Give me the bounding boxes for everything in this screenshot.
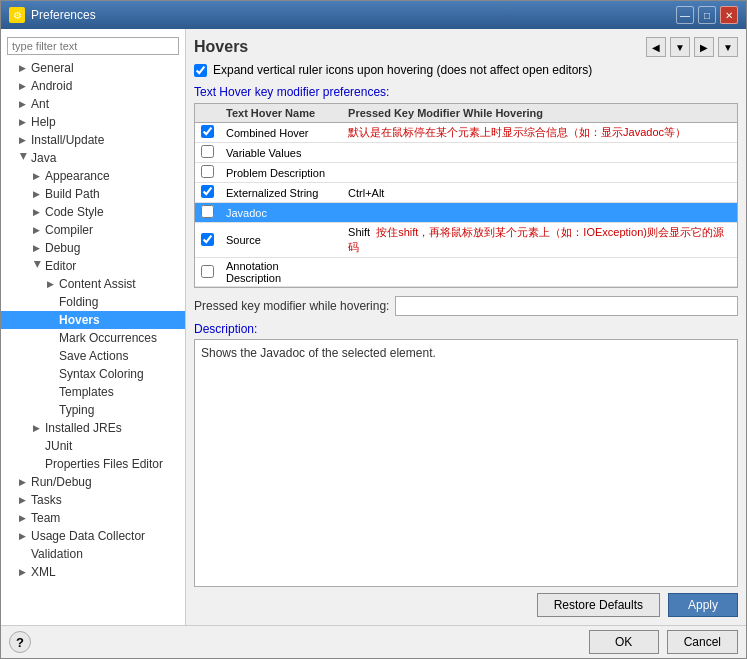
title-bar-controls: — □ ✕ bbox=[676, 6, 738, 24]
sidebar-item-compiler[interactable]: ▶ Compiler bbox=[1, 221, 185, 239]
panel-title: Hovers bbox=[194, 38, 248, 56]
restore-defaults-button[interactable]: Restore Defaults bbox=[537, 593, 660, 617]
section-text: Text Hover key modifier preferences: bbox=[194, 85, 389, 99]
key-modifier-input[interactable] bbox=[395, 296, 738, 316]
arrow-icon: ▶ bbox=[19, 495, 29, 505]
right-panel: Hovers ◀ ▼ ▶ ▼ Expand vertical ruler ico… bbox=[186, 29, 746, 625]
maximize-button[interactable]: □ bbox=[698, 6, 716, 24]
row-modifier: Shift 按住shift，再将鼠标放到某个元素上（如：IOException)… bbox=[342, 223, 737, 258]
sidebar-item-templates[interactable]: ▶ Templates bbox=[1, 383, 185, 401]
row-checkbox[interactable] bbox=[201, 125, 214, 138]
table-row[interactable]: Problem Description bbox=[195, 163, 737, 183]
help-icon: ? bbox=[16, 635, 24, 650]
sidebar-item-properties-files-editor[interactable]: ▶ Properties Files Editor bbox=[1, 455, 185, 473]
arrow-icon: ▶ bbox=[19, 513, 29, 523]
row-modifier bbox=[342, 258, 737, 287]
table-row[interactable]: Source Shift 按住shift，再将鼠标放到某个元素上（如：IOExc… bbox=[195, 223, 737, 258]
title-bar: ⚙ Preferences — □ ✕ bbox=[1, 1, 746, 29]
title-bar-left: ⚙ Preferences bbox=[9, 7, 96, 23]
row-modifier: Ctrl+Alt bbox=[342, 183, 737, 203]
key-modifier-row: Pressed key modifier while hovering: bbox=[194, 296, 738, 316]
row-modifier: 默认是在鼠标停在某个元素上时显示综合信息（如：显示Javadoc等） bbox=[342, 123, 737, 143]
sidebar-item-junit[interactable]: ▶ JUnit bbox=[1, 437, 185, 455]
row-name: Javadoc bbox=[220, 203, 342, 223]
nav-dropdown-button[interactable]: ▼ bbox=[670, 37, 690, 57]
row-checkbox[interactable] bbox=[201, 145, 214, 158]
description-text: Shows the Javadoc of the selected elemen… bbox=[201, 346, 436, 360]
table-row[interactable]: Annotation Description bbox=[195, 258, 737, 287]
forward-button[interactable]: ▶ bbox=[694, 37, 714, 57]
sidebar-item-install-update[interactable]: ▶ Install/Update bbox=[1, 131, 185, 149]
arrow-icon: ▶ bbox=[19, 63, 29, 73]
row-checkbox[interactable] bbox=[201, 265, 214, 278]
table-row[interactable]: Javadoc bbox=[195, 203, 737, 223]
sidebar-item-appearance[interactable]: ▶ Appearance bbox=[1, 167, 185, 185]
back-button[interactable]: ◀ bbox=[646, 37, 666, 57]
row-modifier bbox=[342, 163, 737, 183]
row-checkbox[interactable] bbox=[201, 165, 214, 178]
sidebar-item-validation[interactable]: ▶ Validation bbox=[1, 545, 185, 563]
sidebar-item-android[interactable]: ▶ Android bbox=[1, 77, 185, 95]
table-row[interactable]: Externalized String Ctrl+Alt bbox=[195, 183, 737, 203]
preferences-window: ⚙ Preferences — □ ✕ ▶ General ▶ Android … bbox=[0, 0, 747, 659]
row-name: Variable Values bbox=[220, 143, 342, 163]
sidebar-item-typing[interactable]: ▶ Typing bbox=[1, 401, 185, 419]
sidebar-item-code-style[interactable]: ▶ Code Style bbox=[1, 203, 185, 221]
annotation-text: 默认是在鼠标停在某个元素上时显示综合信息（如：显示Javadoc等） bbox=[348, 126, 686, 138]
sidebar-item-java[interactable]: ▶ Java bbox=[1, 149, 185, 167]
sidebar-item-label: Code Style bbox=[45, 205, 104, 219]
sidebar-item-label: Validation bbox=[31, 547, 83, 561]
apply-button[interactable]: Apply bbox=[668, 593, 738, 617]
sidebar-item-installed-jres[interactable]: ▶ Installed JREs bbox=[1, 419, 185, 437]
help-button[interactable]: ? bbox=[9, 631, 31, 653]
sidebar-item-run-debug[interactable]: ▶ Run/Debug bbox=[1, 473, 185, 491]
sidebar-item-usage-data-collector[interactable]: ▶ Usage Data Collector bbox=[1, 527, 185, 545]
expand-ruler-checkbox[interactable] bbox=[194, 64, 207, 77]
hover-table: Text Hover Name Pressed Key Modifier Whi… bbox=[195, 104, 737, 287]
row-checkbox-cell bbox=[195, 183, 220, 203]
sidebar-item-xml[interactable]: ▶ XML bbox=[1, 563, 185, 581]
sidebar-item-label: Folding bbox=[59, 295, 98, 309]
sidebar-item-label: Content Assist bbox=[59, 277, 136, 291]
sidebar-item-build-path[interactable]: ▶ Build Path bbox=[1, 185, 185, 203]
close-button[interactable]: ✕ bbox=[720, 6, 738, 24]
row-checkbox[interactable] bbox=[201, 185, 214, 198]
sidebar-item-folding[interactable]: ▶ Folding bbox=[1, 293, 185, 311]
cancel-button[interactable]: Cancel bbox=[667, 630, 738, 654]
sidebar-item-debug[interactable]: ▶ Debug bbox=[1, 239, 185, 257]
ok-button[interactable]: OK bbox=[589, 630, 659, 654]
sidebar-item-help[interactable]: ▶ Help bbox=[1, 113, 185, 131]
sidebar-item-label: Install/Update bbox=[31, 133, 104, 147]
arrow-icon: ▶ bbox=[47, 279, 57, 289]
sidebar-item-mark-occurrences[interactable]: ▶ Mark Occurrences bbox=[1, 329, 185, 347]
search-input[interactable] bbox=[7, 37, 179, 55]
row-checkbox[interactable] bbox=[201, 233, 214, 246]
sidebar-item-general[interactable]: ▶ General bbox=[1, 59, 185, 77]
sidebar-item-content-assist[interactable]: ▶ Content Assist bbox=[1, 275, 185, 293]
table-row[interactable]: Variable Values bbox=[195, 143, 737, 163]
description-section: Description: Shows the Javadoc of the se… bbox=[194, 322, 738, 587]
row-checkbox[interactable] bbox=[201, 205, 214, 218]
col-modifier: Pressed Key Modifier While Hovering bbox=[342, 104, 737, 123]
sidebar-item-syntax-coloring[interactable]: ▶ Syntax Coloring bbox=[1, 365, 185, 383]
arrow-icon: ▶ bbox=[33, 225, 43, 235]
hover-table-container: Text Hover Name Pressed Key Modifier Whi… bbox=[194, 103, 738, 288]
col-hover-name: Text Hover Name bbox=[220, 104, 342, 123]
row-checkbox-cell bbox=[195, 258, 220, 287]
sidebar-item-ant[interactable]: ▶ Ant bbox=[1, 95, 185, 113]
arrow-icon: ▶ bbox=[33, 171, 43, 181]
sidebar-item-editor[interactable]: ▶ Editor bbox=[1, 257, 185, 275]
sidebar-item-label: Installed JREs bbox=[45, 421, 122, 435]
table-row[interactable]: Combined Hover 默认是在鼠标停在某个元素上时显示综合信息（如：显示… bbox=[195, 123, 737, 143]
minimize-button[interactable]: — bbox=[676, 6, 694, 24]
nav-menu-button[interactable]: ▼ bbox=[718, 37, 738, 57]
sidebar-item-save-actions[interactable]: ▶ Save Actions bbox=[1, 347, 185, 365]
sidebar-item-team[interactable]: ▶ Team bbox=[1, 509, 185, 527]
row-checkbox-cell bbox=[195, 223, 220, 258]
sidebar-item-label: Debug bbox=[45, 241, 80, 255]
sidebar: ▶ General ▶ Android ▶ Ant ▶ Help ▶ Insta… bbox=[1, 29, 186, 625]
section-label: Text Hover key modifier preferences: bbox=[194, 85, 738, 99]
sidebar-item-hovers[interactable]: ▶ Hovers bbox=[1, 311, 185, 329]
sidebar-item-tasks[interactable]: ▶ Tasks bbox=[1, 491, 185, 509]
arrow-icon: ▶ bbox=[19, 153, 29, 163]
